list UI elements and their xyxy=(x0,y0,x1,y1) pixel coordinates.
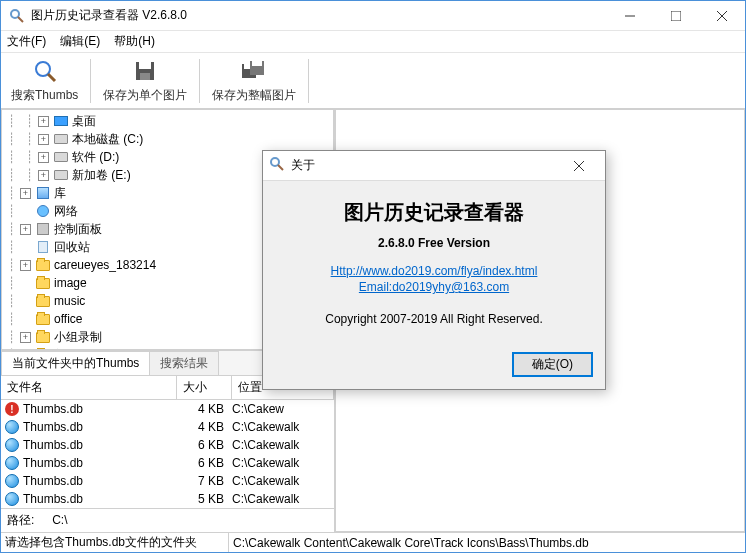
folder-icon xyxy=(35,258,51,272)
toolbar-save-whole[interactable]: 保存为整幅图片 xyxy=(202,55,306,107)
table-row[interactable]: Thumbs.db4 KBC:\Cakewalk xyxy=(1,418,334,436)
expand-icon[interactable]: + xyxy=(38,116,49,127)
tab-search-results[interactable]: 搜索结果 xyxy=(149,351,219,375)
lib-icon xyxy=(35,186,51,200)
table-row[interactable]: Thumbs.db6 KBC:\Cakewalk xyxy=(1,436,334,454)
folder-icon xyxy=(35,294,51,308)
table-row[interactable]: Thumbs.db5 KBC:\Cakewalk xyxy=(1,490,334,508)
bin-icon xyxy=(35,240,51,254)
expand-icon[interactable]: + xyxy=(20,224,31,235)
table-row[interactable]: Thumbs.db6 KBC:\Cakewalk xyxy=(1,454,334,472)
toolbar-separator xyxy=(199,59,200,103)
path-bar: 路径: C:\ xyxy=(1,508,334,532)
close-button[interactable] xyxy=(699,1,745,31)
about-body: 图片历史记录查看器 2.6.8.0 Free Version Http://ww… xyxy=(263,181,605,352)
file-size: 6 KB xyxy=(177,456,232,470)
status-path: C:\Cakewalk Content\Cakewalk Core\Track … xyxy=(229,536,745,550)
status-hint: 请选择包含Thumbs.db文件的文件夹 xyxy=(1,533,229,552)
tree-label: 新加卷 (E:) xyxy=(72,167,131,184)
tree-label: careueyes_183214 xyxy=(54,258,156,272)
statusbar: 请选择包含Thumbs.db文件的文件夹 C:\Cakewalk Content… xyxy=(1,532,745,552)
file-location: C:\Cakewalk xyxy=(232,438,334,452)
file-size: 7 KB xyxy=(177,474,232,488)
expand-icon[interactable]: + xyxy=(38,152,49,163)
window-title: 图片历史记录查看器 V2.6.8.0 xyxy=(31,7,607,24)
table-row[interactable]: !Thumbs.db4 KBC:\Cakew xyxy=(1,400,334,418)
file-location: C:\Cakew xyxy=(232,402,334,416)
file-name: Thumbs.db xyxy=(23,456,83,470)
tree-label: 网络 xyxy=(54,203,78,220)
file-name: Thumbs.db xyxy=(23,402,83,416)
tree-label: 库 xyxy=(54,185,66,202)
error-icon: ! xyxy=(5,402,19,416)
tree-node[interactable]: ┊┊+本地磁盘 (C:) xyxy=(2,130,333,148)
folder-icon xyxy=(35,276,51,290)
search-icon xyxy=(31,57,59,85)
tree-label: 本地磁盘 (C:) xyxy=(72,131,143,148)
expand-icon[interactable]: + xyxy=(20,260,31,271)
toolbar-save-single[interactable]: 保存为单个图片 xyxy=(93,55,197,107)
tree-label: office xyxy=(54,312,82,326)
col-filename[interactable]: 文件名 xyxy=(1,376,177,399)
window-controls xyxy=(607,1,745,31)
toolbar-separator xyxy=(308,59,309,103)
expand-icon[interactable]: + xyxy=(20,332,31,343)
about-copyright: Copyright 2007-2019 All Right Reserved. xyxy=(279,312,589,326)
toolbar-separator xyxy=(90,59,91,103)
titlebar: 图片历史记录查看器 V2.6.8.0 xyxy=(1,1,745,31)
about-title: 关于 xyxy=(291,157,559,174)
menubar: 文件(F) 编辑(E) 帮助(H) xyxy=(1,31,745,53)
tree-label: 软件 (D:) xyxy=(72,149,119,166)
file-location: C:\Cakewalk xyxy=(232,420,334,434)
tab-current-folder[interactable]: 当前文件夹中的Thumbs xyxy=(1,351,150,375)
svg-rect-14 xyxy=(252,61,262,66)
about-button-row: 确定(O) xyxy=(263,352,605,389)
path-value: C:\ xyxy=(52,513,67,527)
file-location: C:\Cakewalk xyxy=(232,474,334,488)
thumbs-icon xyxy=(5,492,19,506)
drive-icon xyxy=(53,168,69,182)
tree-label: 回收站 xyxy=(54,239,90,256)
save-multi-icon xyxy=(240,57,268,85)
drive-icon xyxy=(53,150,69,164)
about-titlebar: 关于 xyxy=(263,151,605,181)
file-location: C:\Cakewalk xyxy=(232,492,334,506)
thumbs-icon xyxy=(5,456,19,470)
about-ok-button[interactable]: 确定(O) xyxy=(512,352,593,377)
expand-icon[interactable]: + xyxy=(20,188,31,199)
file-name: Thumbs.db xyxy=(23,474,83,488)
file-name: Thumbs.db xyxy=(23,492,83,506)
tree-node[interactable]: ┊┊+桌面 xyxy=(2,112,333,130)
svg-point-6 xyxy=(36,62,50,76)
file-size: 4 KB xyxy=(177,420,232,434)
file-list[interactable]: !Thumbs.db4 KBC:\CakewThumbs.db4 KBC:\Ca… xyxy=(1,400,334,508)
about-close-button[interactable] xyxy=(559,152,599,180)
tree-label: image xyxy=(54,276,87,290)
file-location: C:\Cakewalk xyxy=(232,456,334,470)
maximize-button[interactable] xyxy=(653,1,699,31)
svg-line-16 xyxy=(278,165,283,170)
toolbar-search[interactable]: 搜索Thumbs xyxy=(1,55,88,107)
expand-icon[interactable]: + xyxy=(38,170,49,181)
col-size[interactable]: 大小 xyxy=(177,376,232,399)
about-email-link[interactable]: Email:do2019yhy@163.com xyxy=(279,280,589,294)
thumbs-icon xyxy=(5,438,19,452)
toolbar: 搜索Thumbs 保存为单个图片 保存为整幅图片 xyxy=(1,53,745,109)
menu-edit[interactable]: 编辑(E) xyxy=(60,33,100,50)
about-url-link[interactable]: Http://www.do2019.com/flya/index.html xyxy=(279,264,589,278)
menu-file[interactable]: 文件(F) xyxy=(7,33,46,50)
table-row[interactable]: Thumbs.db7 KBC:\Cakewalk xyxy=(1,472,334,490)
file-size: 5 KB xyxy=(177,492,232,506)
file-size: 6 KB xyxy=(177,438,232,452)
about-app-icon xyxy=(269,156,285,175)
expand-icon[interactable]: + xyxy=(38,134,49,145)
minimize-button[interactable] xyxy=(607,1,653,31)
thumbs-icon xyxy=(5,474,19,488)
tree-label: 桌面 xyxy=(72,113,96,130)
menu-help[interactable]: 帮助(H) xyxy=(114,33,155,50)
app-icon xyxy=(9,8,25,24)
folder-icon xyxy=(35,312,51,326)
file-name: Thumbs.db xyxy=(23,420,83,434)
save-icon xyxy=(133,57,157,85)
about-version: 2.6.8.0 Free Version xyxy=(279,236,589,250)
